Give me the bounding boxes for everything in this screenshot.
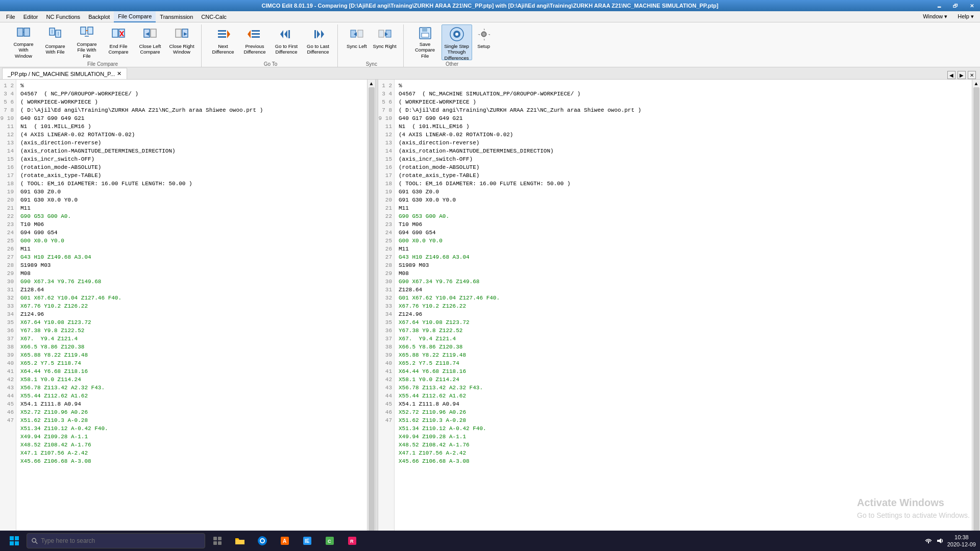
taskbar-app-icons: A IE C R <box>207 532 923 550</box>
svg-marker-31 <box>321 30 324 38</box>
svg-text:A: A <box>283 538 286 544</box>
next-difference-button[interactable]: Next Difference <box>208 24 238 60</box>
setup-button[interactable]: Setup <box>473 24 495 60</box>
svg-marker-29 <box>284 30 287 38</box>
end-file-compare-button[interactable]: End File Compare <box>103 24 134 60</box>
single-step-button[interactable]: Single Step Through Differences <box>442 24 472 60</box>
svg-rect-0 <box>17 28 23 36</box>
menu-cnc-calc[interactable]: CNC-Calc <box>197 11 231 22</box>
prev-diff-icon <box>247 26 263 42</box>
svg-point-45 <box>455 33 458 36</box>
svg-rect-41 <box>422 28 427 32</box>
scroll-thumb[interactable] <box>369 87 375 532</box>
left-code-content[interactable]: % O4567 ( NC_PP/GROUPOP-WORKPIECE/ ) ( W… <box>16 80 367 539</box>
search-input[interactable] <box>41 537 201 544</box>
svg-rect-42 <box>422 33 429 37</box>
network-icon <box>925 537 932 544</box>
svg-marker-28 <box>280 30 283 38</box>
ribbon-group-goto: Next Difference Previous Difference <box>204 24 338 67</box>
taskbar: A IE C R <box>0 531 980 551</box>
minimize-button[interactable]: 🗕 <box>931 0 947 11</box>
left-panel: 1 2 3 4 5 6 7 8 9 10 11 12 13 14 15 16 1… <box>0 80 375 539</box>
search-icon <box>31 537 38 544</box>
compare-window-icon <box>15 26 32 40</box>
left-line-numbers: 1 2 3 4 5 6 7 8 9 10 11 12 13 14 15 16 1… <box>0 80 16 539</box>
svg-line-53 <box>35 542 37 544</box>
previous-difference-button[interactable]: Previous Difference <box>239 24 270 60</box>
menu-bar: File Editor NC Functions Backplot File C… <box>0 11 980 22</box>
svg-text:▶: ▶ <box>184 31 187 36</box>
scroll-up-right-icon[interactable]: ▲ <box>974 81 979 86</box>
app4-button[interactable]: R <box>342 532 362 550</box>
app3-button[interactable]: C <box>320 532 340 550</box>
next-diff-icon <box>215 26 231 42</box>
file-tab[interactable]: _PP.ptp / NC_MACHINE SIMULATION_P... ✕ <box>2 68 127 79</box>
svg-point-47 <box>482 33 485 36</box>
sync-left-button[interactable]: Sync Left <box>344 24 370 60</box>
compare-with-window-button[interactable]: Compare With Window <box>8 24 39 60</box>
menu-window[interactable]: Window ▾ <box>919 11 951 22</box>
compare-file-icon <box>47 26 63 42</box>
ribbon-group-sync: Sync Left Sync Right Sync <box>340 24 404 67</box>
right-code-content[interactable]: % O4567 ( NC_MACHINE SIMULATION_PP/GROUP… <box>395 80 972 539</box>
menu-transmission[interactable]: Transmission <box>156 11 197 22</box>
svg-rect-17 <box>176 29 181 37</box>
tab-close-all-button[interactable]: ✕ <box>968 71 976 79</box>
maximize-button[interactable]: 🗗 <box>947 0 964 11</box>
close-right-icon: ▶ <box>174 26 190 42</box>
left-scrollbar[interactable]: ▲ ▼ <box>367 80 375 539</box>
start-button[interactable] <box>4 532 24 550</box>
taskbar-search-bar[interactable] <box>27 533 205 548</box>
svg-point-61 <box>261 539 264 542</box>
go-to-last-button[interactable]: Go to Last Difference <box>303 24 333 60</box>
svg-rect-55 <box>218 537 222 540</box>
svg-rect-8 <box>88 27 93 34</box>
close-button[interactable]: ✕ <box>964 0 980 11</box>
go-to-first-button[interactable]: Go to First Difference <box>271 24 302 60</box>
compare-file-with-file-button[interactable]: Compare File With File <box>71 24 102 60</box>
file-explorer-button[interactable] <box>230 532 250 550</box>
compare-with-file-button[interactable]: Compare With File <box>40 24 70 60</box>
svg-rect-57 <box>218 541 222 545</box>
close-left-compare-button[interactable]: ◀ Close Left Compare <box>135 24 165 60</box>
save-compare-button[interactable]: Save Compare File <box>410 24 440 60</box>
svg-text:C: C <box>328 539 331 544</box>
app2-button[interactable]: IE <box>297 532 317 550</box>
scroll-up-icon[interactable]: ▲ <box>369 81 374 86</box>
svg-text:R: R <box>350 539 354 544</box>
menu-nc-functions[interactable]: NC Functions <box>42 11 84 22</box>
svg-text:◀: ◀ <box>145 31 149 36</box>
svg-rect-50 <box>10 541 14 545</box>
last-diff-icon <box>310 26 326 42</box>
setup-icon <box>476 26 492 42</box>
close-right-window-button[interactable]: ▶ Close Right Window <box>166 24 197 60</box>
svg-rect-24 <box>252 30 260 32</box>
sync-right-button[interactable]: Sync Right <box>371 24 399 60</box>
svg-text:IE: IE <box>305 538 310 544</box>
tab-prev-button[interactable]: ◀ <box>947 71 955 79</box>
svg-rect-37 <box>379 30 384 37</box>
svg-marker-23 <box>227 30 230 38</box>
browser-button[interactable] <box>252 532 273 550</box>
scroll-thumb-right[interactable] <box>973 87 979 532</box>
menu-backplot[interactable]: Backplot <box>84 11 114 22</box>
single-step-icon <box>449 26 465 42</box>
menu-editor[interactable]: Editor <box>19 11 42 22</box>
app1-button[interactable]: A <box>275 532 295 550</box>
sync-right-icon <box>377 26 393 42</box>
tab-next-button[interactable]: ▶ <box>958 71 966 79</box>
svg-rect-54 <box>213 537 217 540</box>
svg-rect-30 <box>288 30 290 38</box>
right-scrollbar[interactable]: ▲ ▼ <box>972 80 980 539</box>
tab-close-icon[interactable]: ✕ <box>117 70 121 77</box>
sync-left-icon <box>349 26 365 42</box>
svg-rect-7 <box>81 27 86 34</box>
menu-file[interactable]: File <box>2 11 19 22</box>
svg-marker-32 <box>317 30 320 38</box>
menu-file-compare[interactable]: File Compare <box>114 11 156 22</box>
task-view-button[interactable] <box>207 532 228 550</box>
svg-rect-1 <box>24 28 30 36</box>
menu-help[interactable]: Help ▾ <box>953 11 978 22</box>
ribbon-group-other: Save Compare File Single Step Through Di… <box>406 24 499 67</box>
save-compare-icon <box>417 26 433 40</box>
